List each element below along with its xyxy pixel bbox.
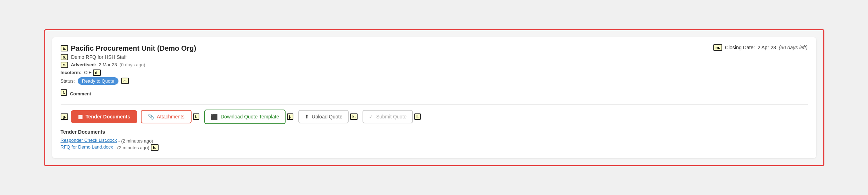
- annotation-c: c.: [61, 62, 68, 68]
- attachments-icon: 📎: [148, 114, 154, 119]
- annotation-g: g.: [61, 113, 68, 120]
- org-title: Pacific Procurement Unit (Demo Org): [71, 44, 196, 52]
- closing-date-section: m. Closing Date: 2 Apr 23 (30 days left): [713, 44, 808, 51]
- download-quote-template-button[interactable]: ⬛ Download Quote Template: [204, 110, 286, 124]
- annotation-d: d.: [93, 69, 101, 76]
- comment-label: Comment: [70, 91, 91, 96]
- status-label: Status:: [61, 78, 75, 84]
- documents-section-title: Tender Documents: [61, 129, 808, 135]
- annotation-k: k.: [350, 113, 358, 120]
- rfq-subtitle: Demo RFQ for HSH Staff: [71, 54, 127, 60]
- submit-quote-label: Submit Quote: [376, 114, 407, 119]
- attachments-tab[interactable]: 📎 Attachments: [141, 110, 192, 123]
- top-row: a. Pacific Procurement Unit (Demo Org) b…: [61, 44, 808, 96]
- download-quote-label: Download Quote Template: [221, 114, 279, 119]
- left-info: a. Pacific Procurement Unit (Demo Org) b…: [61, 44, 197, 96]
- main-card: a. Pacific Procurement Unit (Demo Org) b…: [52, 37, 816, 158]
- upload-quote-button[interactable]: ⬆ Upload Quote: [298, 110, 349, 123]
- documents-list: Responder Check List.docx - (2 minutes a…: [61, 138, 808, 151]
- status-row: Status: Ready to Quote e.: [61, 77, 197, 85]
- advertised-label: Advertised:: [71, 62, 96, 67]
- incoterm-line: Incoterm: CIF: [61, 70, 92, 75]
- submit-quote-button[interactable]: ✓ Submit Quote: [363, 110, 413, 123]
- upload-quote-label: Upload Quote: [312, 114, 342, 119]
- annotation-m: m.: [713, 44, 722, 51]
- doc-meta-2: - (2 minutes ago): [115, 145, 149, 150]
- doc-row-2: RFQ for Demo Land.docx - (2 minutes ago)…: [61, 144, 808, 151]
- annotation-a: a.: [61, 45, 68, 51]
- doc-link-2[interactable]: RFQ for Demo Land.docx: [61, 144, 113, 150]
- doc-row-1: Responder Check List.docx - (2 minutes a…: [61, 138, 808, 144]
- tabs-row: g. ▦ Tender Documents 📎 Attachments i.: [61, 110, 808, 124]
- doc-meta-1: - (2 minutes ago): [118, 138, 153, 144]
- annotation-l: l.: [414, 113, 421, 120]
- check-icon: ✓: [369, 114, 373, 119]
- outer-frame: a. Pacific Procurement Unit (Demo Org) b…: [44, 29, 824, 166]
- closing-date: Closing Date: 2 Apr 23 (30 days left): [725, 45, 808, 50]
- annotation-h: h.: [151, 144, 159, 151]
- annotation-f: f.: [61, 89, 67, 96]
- incoterm-label: Incoterm:: [61, 70, 82, 75]
- doc-link-1[interactable]: Responder Check List.docx: [61, 138, 117, 143]
- excel-icon: ⬛: [211, 113, 218, 120]
- advertised-date: 2 Mar 23: [99, 62, 117, 67]
- upload-icon: ⬆: [305, 114, 309, 119]
- annotation-b: b.: [61, 54, 68, 60]
- tender-docs-icon: ▦: [78, 114, 83, 119]
- actions-section: g. ▦ Tender Documents 📎 Attachments i.: [61, 104, 808, 151]
- documents-section: Tender Documents Responder Check List.do…: [61, 129, 808, 151]
- annotation-j: j.: [287, 113, 293, 120]
- tender-documents-label: Tender Documents: [85, 114, 130, 119]
- tender-documents-tab[interactable]: ▦ Tender Documents: [71, 110, 137, 123]
- incoterm-value: CIF: [84, 70, 92, 75]
- attachments-label: Attachments: [157, 114, 184, 119]
- status-badge: Ready to Quote: [78, 77, 118, 85]
- annotation-e: e.: [121, 78, 129, 84]
- annotation-i: i.: [193, 113, 199, 120]
- advertised-line: Advertised: 2 Mar 23 (0 days ago): [71, 62, 145, 67]
- advertised-ago: (0 days ago): [120, 62, 145, 67]
